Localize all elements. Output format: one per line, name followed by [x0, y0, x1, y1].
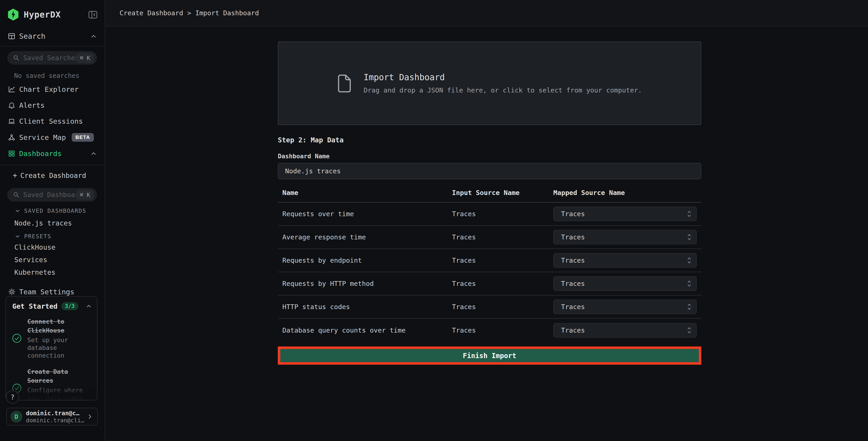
dashboards-icon [8, 150, 16, 157]
chevron-right-icon [87, 413, 93, 420]
saved-searches-search[interactable]: ⌘ K [7, 51, 97, 65]
sidebar-item-search[interactable]: Search [0, 27, 105, 46]
plus-icon: + [13, 171, 17, 180]
dropzone-subtitle: Drag and drop a JSON file here, or click… [364, 86, 642, 94]
table-row: Requests over time Traces Traces [278, 203, 701, 226]
sidebar-item-label: Chart Explorer [19, 85, 79, 93]
mapped-source-select[interactable]: Traces [553, 253, 697, 268]
saved-dashboards-input[interactable] [23, 191, 76, 199]
get-started-item-connect[interactable]: Connect to ClickHouse Set up your databa… [6, 314, 97, 362]
gear-icon [8, 288, 16, 295]
selected-value: Traces [561, 233, 585, 241]
task-title: Create Data Sources [27, 368, 68, 384]
search-section-icon [8, 32, 16, 40]
selected-value: Traces [561, 210, 585, 218]
shortcut-kbd: ⌘ K [76, 190, 94, 200]
group-label: SAVED DASHBOARDS [24, 207, 86, 214]
dropzone-title: Import Dashboard [364, 72, 642, 82]
task-description: Configure where your data comes from [27, 386, 93, 401]
user-name: dominic.tran@c… [26, 410, 87, 417]
column-header-input-source: Input Source Name [452, 189, 553, 197]
row-name: HTTP status codes [278, 303, 452, 311]
question-mark-icon: ? [10, 393, 14, 401]
selected-value: Traces [561, 280, 585, 288]
hyperdx-logo-icon [7, 9, 19, 21]
group-saved-dashboards[interactable]: SAVED DASHBOARDS [0, 202, 105, 215]
help-button[interactable]: ? [6, 390, 19, 404]
sidebar-item-team-settings[interactable]: Team Settings [0, 278, 105, 298]
selected-value: Traces [561, 326, 585, 334]
import-dropzone[interactable]: Import Dashboard Drag and drop a JSON fi… [278, 41, 701, 125]
sidebar-item-service-map[interactable]: Service Map BETA [0, 129, 105, 146]
search-icon [13, 192, 20, 198]
task-title: Connect to ClickHouse [27, 318, 64, 334]
row-name: Requests by HTTP method [278, 280, 452, 288]
user-email: dominic.tran@cli… [26, 417, 87, 424]
breadcrumb-import-dashboard[interactable]: Import Dashboard [195, 9, 259, 17]
sidebar-item-alerts[interactable]: Alerts [0, 97, 105, 113]
get-started-header[interactable]: Get Started 3/3 [6, 297, 97, 314]
task-description: Set up your database connection [27, 336, 93, 359]
service-map-icon [8, 134, 16, 141]
select-chevrons-icon [687, 302, 692, 311]
select-chevrons-icon [687, 233, 692, 241]
sidebar-item-label: Service Map [19, 133, 66, 142]
chevron-up-icon [90, 33, 97, 40]
selected-value: Traces [561, 303, 585, 311]
chevron-down-icon [14, 234, 21, 239]
sidebar-preset-kubernetes[interactable]: Kubernetes [0, 266, 105, 278]
mapped-source-select[interactable]: Traces [553, 207, 697, 221]
sidebar-item-label: Search [19, 32, 90, 40]
sidebar-item-dashboards[interactable]: Dashboards [0, 146, 105, 161]
create-dashboard-button[interactable]: + Create Dashboard [0, 165, 105, 182]
bell-icon [8, 101, 16, 109]
sidebar-preset-services[interactable]: Services [0, 254, 105, 266]
row-input-source: Traces [452, 303, 553, 311]
finish-import-button[interactable]: Finish Import [280, 349, 699, 362]
dashboard-name-label: Dashboard Name [278, 153, 701, 160]
sidebar-item-label: Dashboards [19, 149, 62, 158]
get-started-item-sources[interactable]: Create Data Sources Configure where your… [6, 364, 97, 401]
app-title: HyperDX [24, 10, 88, 20]
saved-searches-input[interactable] [23, 54, 76, 62]
group-presets[interactable]: PRESETS [0, 231, 105, 241]
table-row: Requests by endpoint Traces Traces [278, 249, 701, 272]
row-input-source: Traces [452, 326, 553, 334]
mapped-source-select[interactable]: Traces [553, 323, 697, 337]
mapped-source-select[interactable]: Traces [553, 276, 697, 291]
table-row: Average response time Traces Traces [278, 226, 701, 249]
select-chevrons-icon [687, 256, 692, 265]
column-header-mapped-source: Mapped Source Name [553, 189, 701, 197]
sidebar-item-label: Alerts [19, 101, 44, 109]
row-input-source: Traces [452, 280, 553, 288]
sidebar-dashboard-nodejs-traces[interactable]: Node.js traces [0, 215, 105, 231]
sidebar-preset-clickhouse[interactable]: ClickHouse [0, 241, 105, 254]
table-header-row: Name Input Source Name Mapped Source Nam… [278, 182, 701, 203]
breadcrumb-create-dashboard[interactable]: Create Dashboard [120, 9, 183, 17]
progress-badge: 3/3 [61, 302, 78, 310]
row-input-source: Traces [452, 210, 553, 218]
shortcut-kbd: ⌘ K [76, 53, 94, 63]
select-chevrons-icon [687, 279, 692, 288]
chevron-up-icon [90, 150, 97, 157]
mapped-source-select[interactable]: Traces [553, 230, 697, 244]
user-menu[interactable]: D dominic.tran@c… dominic.tran@cli… [6, 408, 98, 425]
column-header-name: Name [278, 189, 452, 197]
collapse-sidebar-icon[interactable] [88, 9, 98, 20]
dashboard-name-input[interactable] [278, 163, 701, 179]
action-highlight-box: Finish Import [278, 347, 701, 365]
saved-dashboards-search[interactable]: ⌘ K [7, 188, 97, 202]
step-label: Step 2: Map Data [278, 136, 701, 144]
logo-row: HyperDX [0, 0, 105, 27]
row-name: Average response time [278, 233, 452, 241]
row-input-source: Traces [452, 257, 553, 264]
laptop-icon [8, 118, 16, 125]
sidebar-item-client-sessions[interactable]: Client Sessions [0, 113, 105, 129]
sidebar: HyperDX Search [0, 0, 105, 441]
table-row: Requests by HTTP method Traces Traces [278, 272, 701, 295]
mapped-source-select[interactable]: Traces [553, 299, 697, 314]
row-input-source: Traces [452, 233, 553, 241]
row-name: Requests by endpoint [278, 257, 452, 264]
sidebar-item-chart-explorer[interactable]: Chart Explorer [0, 81, 105, 97]
chevron-up-icon [86, 303, 92, 309]
